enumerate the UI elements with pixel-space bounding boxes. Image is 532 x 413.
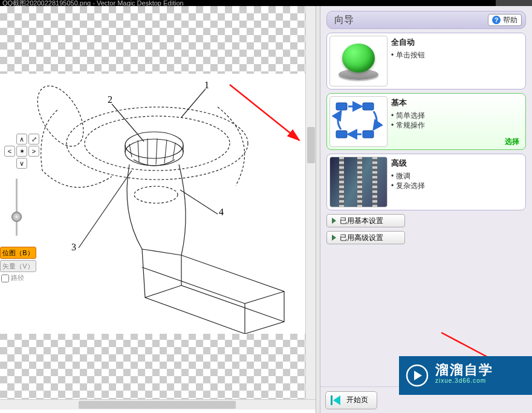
svg-line-12	[181, 89, 206, 117]
svg-line-10	[173, 143, 175, 160]
option-advanced-thumb	[329, 157, 388, 207]
selected-badge: 选择	[505, 137, 519, 147]
nav-right-button[interactable]: >	[28, 146, 39, 157]
wizard-header: 向导 ? 帮助	[326, 11, 526, 29]
used-basic-label: 已用基本设置	[340, 216, 383, 226]
callout-4: 4	[219, 207, 224, 218]
svg-line-9	[164, 140, 167, 163]
path-checkbox[interactable]	[1, 275, 9, 282]
option-auto-card[interactable]: 全自动 单击按钮	[326, 33, 526, 89]
used-basic-settings-button[interactable]: 已用基本设置	[326, 214, 405, 227]
watermark-text: 溜溜自学	[435, 365, 493, 376]
nav-pad: ∧⤢ <✶> ∨	[4, 133, 40, 169]
play-icon	[332, 235, 336, 241]
callout-2: 2	[108, 94, 112, 105]
path-checkbox-row[interactable]: 路径	[0, 274, 24, 281]
callout-1: 1	[204, 80, 209, 91]
window-controls[interactable]	[496, 0, 532, 6]
option-advanced-card[interactable]: 高级 微调 复杂选择	[326, 154, 526, 210]
mode-bitmap-button[interactable]: 位图（B）	[0, 247, 36, 259]
help-icon: ?	[492, 16, 501, 24]
svg-line-14	[79, 171, 132, 248]
flow-icon	[331, 98, 386, 145]
zoom-slider[interactable]	[13, 178, 19, 236]
rewind-icon	[331, 395, 342, 405]
mode-vector-button[interactable]: 矢量（V）	[0, 260, 36, 272]
option-advanced-b2: 复杂选择	[391, 181, 425, 190]
canvas-area: 1 2 3 4 ∧⤢ <✶> ∨ 位图（B） 矢量（V） 路径	[0, 6, 316, 399]
zoom-thumb[interactable]	[11, 212, 22, 222]
option-basic-b2: 常规操作	[391, 120, 425, 130]
used-advanced-settings-button[interactable]: 已用高级设置	[326, 231, 405, 244]
used-advanced-label: 已用高级设置	[340, 233, 383, 243]
path-label: 路径	[11, 274, 24, 281]
option-auto-title: 全自动	[391, 37, 425, 48]
wizard-title: 向导	[334, 14, 354, 27]
svg-rect-20	[363, 131, 374, 138]
start-page-label: 开始页	[346, 395, 368, 405]
svg-rect-17	[336, 103, 347, 110]
nav-fit-button[interactable]: ⤢	[28, 134, 39, 145]
svg-rect-19	[336, 131, 347, 138]
option-basic-card[interactable]: 基本 简单选择 常规操作 选择	[326, 93, 526, 150]
svg-line-13	[112, 104, 144, 141]
option-auto-b1: 单击按钮	[391, 50, 425, 60]
svg-point-11	[134, 186, 178, 203]
svg-point-3	[125, 139, 183, 166]
option-advanced-title: 高级	[391, 158, 425, 169]
mode-panel: 位图（B） 矢量（V） 路径	[0, 247, 36, 282]
svg-line-5	[129, 144, 132, 157]
svg-rect-18	[363, 103, 374, 110]
option-auto-thumb	[329, 36, 388, 86]
help-label: 帮助	[503, 15, 517, 25]
svg-line-6	[138, 140, 139, 162]
nav-up-button[interactable]: ∧	[16, 134, 27, 145]
callout-3: 3	[71, 242, 76, 253]
option-advanced-b1: 微调	[391, 171, 425, 181]
title-bar: QQ截图20200228195050.png - Vector Magic De…	[0, 0, 532, 6]
nav-down-button[interactable]: ∨	[16, 158, 27, 169]
svg-rect-22	[331, 395, 332, 405]
splitter[interactable]	[316, 6, 320, 413]
svg-line-16	[230, 85, 299, 140]
mixer-icon	[330, 157, 387, 207]
start-page-button[interactable]: 开始页	[325, 391, 377, 409]
option-basic-thumb	[329, 96, 388, 147]
window-title: QQ截图20200228195050.png - Vector Magic De…	[2, 0, 184, 6]
scrollbar-vertical[interactable]	[305, 6, 316, 399]
watermark-logo-icon	[405, 363, 429, 388]
nav-left-button[interactable]: <	[4, 146, 15, 157]
nav-center-button[interactable]: ✶	[16, 146, 27, 157]
option-basic-title: 基本	[391, 97, 425, 108]
zoom-track	[16, 178, 18, 236]
svg-point-4	[125, 132, 183, 158]
scrollbar-h-thumb[interactable]	[79, 401, 236, 409]
svg-line-8	[156, 138, 157, 164]
play-icon	[332, 218, 336, 224]
help-button[interactable]: ? 帮助	[488, 14, 522, 26]
scrollbar-horizontal[interactable]	[0, 399, 316, 409]
watermark-url: zixue.3d66.com	[435, 376, 493, 386]
wizard-panel: 向导 ? 帮助 全自动 单击按钮	[320, 6, 532, 413]
watermark: 溜溜自学 zixue.3d66.com	[399, 356, 532, 395]
red-arrow-main	[224, 79, 314, 157]
option-basic-b1: 简单选择	[391, 111, 425, 120]
green-button-icon	[337, 40, 380, 82]
